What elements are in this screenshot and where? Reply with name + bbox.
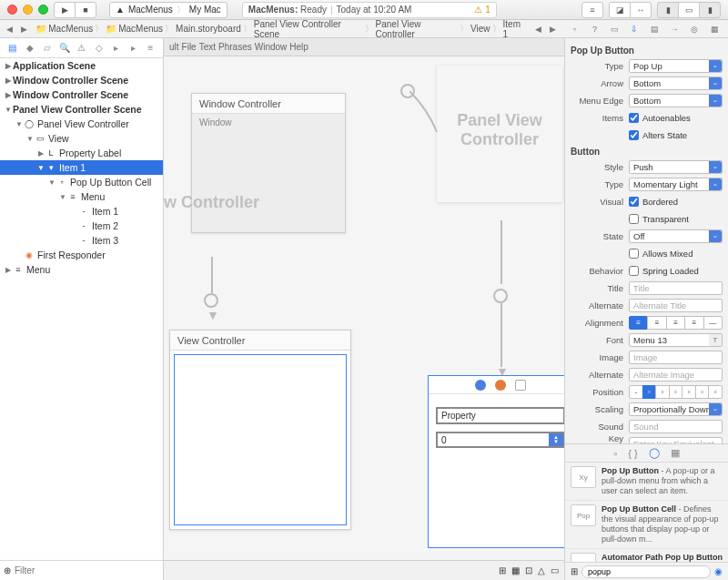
scene-row[interactable]: ▶Window Controller Scene	[0, 73, 163, 87]
outline-row[interactable]: -Item 2	[0, 219, 163, 233]
panel-vc-thumb[interactable]: Panel View Controller	[437, 66, 562, 202]
embed-button[interactable]: ▭	[551, 565, 559, 575]
connections-inspector-tab[interactable]: →	[668, 23, 681, 36]
align-button[interactable]: ▦	[511, 565, 520, 575]
debug-navigator-icon[interactable]: ▸	[110, 42, 123, 55]
code-snippet-tab[interactable]: { }	[628, 448, 637, 459]
keyequiv-input[interactable]: Enter Key Equivalent	[629, 437, 723, 444]
view-controller-scene[interactable]: View Controller	[169, 330, 351, 530]
state-dropdown[interactable]: Off⌄	[629, 229, 723, 243]
editor-assistant-button[interactable]: ◪	[609, 2, 631, 18]
library-item[interactable]: Xy Pop Up Button - A pop-up or a pull-do…	[565, 463, 728, 501]
grid-view-icon[interactable]: ⊞	[571, 566, 578, 576]
scheme-selector[interactable]: ▲ MacMenus 〉 My Mac	[109, 2, 228, 18]
toggle-navigator-button[interactable]: ▮	[657, 2, 679, 18]
outline-row[interactable]: ▼▫Pop Up Button Cell	[0, 175, 163, 189]
stop-button[interactable]: ■	[75, 2, 96, 18]
sound-input[interactable]: Sound	[629, 420, 723, 433]
segue-node[interactable]	[493, 289, 508, 303]
object-library-tab[interactable]: ◯	[649, 447, 660, 459]
autoenables-checkbox[interactable]	[629, 113, 639, 123]
position-segmented[interactable]: -▫▫▫▫▫▫	[629, 385, 723, 399]
close-window-button[interactable]	[7, 5, 17, 15]
pin-button[interactable]: ⊡	[525, 565, 532, 575]
size-inspector-tab[interactable]: ▤	[648, 23, 661, 36]
bordered-checkbox[interactable]	[629, 197, 639, 207]
activity-status[interactable]: MacMenus: Ready | Today at 10:20 AM ⚠ 1	[242, 2, 497, 18]
popup-button-selected[interactable]: 0 ▲▼	[436, 432, 564, 448]
test-navigator-icon[interactable]: ◇	[93, 42, 106, 55]
breakpoint-navigator-icon[interactable]: ▸	[127, 42, 140, 55]
minimize-window-button[interactable]	[23, 5, 33, 15]
toggle-debug-button[interactable]: ▭	[678, 2, 700, 18]
outline-row[interactable]: -Item 3	[0, 233, 163, 248]
media-library-tab[interactable]: ▦	[671, 447, 680, 459]
editor-version-button[interactable]: ↔	[630, 2, 652, 18]
title-input[interactable]: Title	[629, 281, 723, 295]
identity-inspector-tab[interactable]: ▭	[608, 23, 621, 36]
allows-mixed-checkbox[interactable]	[629, 249, 639, 259]
scene-row[interactable]: ▶Window Controller Scene	[0, 87, 163, 102]
editor-standard-button[interactable]: ≡	[581, 2, 603, 18]
property-label[interactable]: Property	[436, 407, 564, 424]
report-navigator-icon[interactable]: ≡	[145, 42, 157, 55]
nav-back-button[interactable]: ◀	[4, 23, 16, 36]
bindings-inspector-tab[interactable]: ◎	[688, 23, 701, 36]
outline-row[interactable]: ▶LProperty Label	[0, 146, 163, 160]
jump-prev-button[interactable]: ◀	[532, 23, 545, 36]
segue-node[interactable]	[204, 293, 218, 308]
type-dropdown[interactable]: Pop Up⌄	[629, 59, 723, 73]
view-selected[interactable]	[174, 354, 347, 525]
issue-navigator-icon[interactable]: ⚠	[76, 42, 88, 55]
btype-dropdown[interactable]: Momentary Light⌄	[629, 178, 723, 191]
outline-row[interactable]: ▶≡Menu	[0, 262, 163, 277]
spring-loaded-checkbox[interactable]	[629, 266, 639, 276]
scene-row[interactable]: ▼Panel View Controller Scene	[0, 102, 163, 117]
outline-row[interactable]: ▼◯Panel View Controller	[0, 117, 163, 131]
attributes-inspector[interactable]: Pop Up Button TypePop Up⌄ ArrowBottom⌄ M…	[565, 38, 728, 443]
arrow-dropdown[interactable]: Bottom⌄	[629, 76, 723, 90]
zoom-window-button[interactable]	[38, 5, 48, 15]
outline-row[interactable]: ◉First Responder	[0, 248, 163, 262]
project-navigator-icon[interactable]: ▤	[6, 42, 19, 55]
run-button[interactable]: ▶	[54, 2, 76, 18]
source-control-icon[interactable]: ◆	[24, 42, 36, 55]
outline-row[interactable]: -Item 1	[0, 204, 163, 219]
nav-forward-button[interactable]: ▶	[18, 23, 31, 36]
alignment-segmented[interactable]: ≡≡≡≡—	[629, 316, 723, 330]
find-navigator-icon[interactable]: 🔍	[58, 42, 71, 55]
outline-row[interactable]: ▼▭View	[0, 131, 163, 146]
attributes-inspector-tab[interactable]: ⇩	[628, 23, 641, 36]
zoom-button[interactable]: ⊞	[499, 565, 506, 575]
help-inspector-tab[interactable]: ?	[589, 23, 602, 36]
interface-builder-canvas[interactable]: ultFileTextPhrasesWindowHelp Window Cont…	[164, 38, 564, 580]
alternate-input[interactable]: Alternate Title	[629, 299, 723, 312]
transparent-checkbox[interactable]	[629, 214, 639, 224]
altimage-input[interactable]: Alternate Image	[629, 368, 723, 382]
outline-row[interactable]: ▼≡Menu	[0, 189, 163, 204]
breadcrumb[interactable]: 📁MacMenus〉 📁MacMenus〉 Main.storyboard〉 P…	[32, 19, 530, 39]
resolve-button[interactable]: △	[538, 565, 545, 575]
library-filter-input[interactable]	[581, 565, 711, 578]
symbol-navigator-icon[interactable]: ▱	[41, 42, 54, 55]
scaling-dropdown[interactable]: Proportionally Down⌄	[629, 402, 723, 416]
filter-input[interactable]	[15, 565, 159, 575]
jump-next-button[interactable]: ▶	[547, 23, 560, 36]
file-inspector-tab[interactable]: ▫	[569, 23, 581, 36]
library-item[interactable]: ▸ Automator Path Pop Up Button - Control…	[565, 549, 728, 562]
exit-icon[interactable]	[515, 380, 526, 391]
first-responder-icon[interactable]	[495, 380, 506, 391]
outline-row-selected[interactable]: ▼▾Item 1	[0, 160, 163, 175]
scene-row[interactable]: ▶Application Scene	[0, 58, 163, 73]
panel-view-scene[interactable]: Property 0 ▲▼	[428, 375, 564, 548]
style-dropdown[interactable]: Push⌄	[629, 160, 723, 174]
window-controller-scene[interactable]: Window Controller Window	[191, 93, 346, 233]
image-input[interactable]: Image	[629, 351, 723, 364]
alters-state-checkbox[interactable]	[629, 130, 639, 140]
file-template-tab[interactable]: ▫	[613, 448, 617, 459]
document-outline[interactable]: ▶Application Scene ▶Window Controller Sc…	[0, 58, 163, 560]
font-field[interactable]: Menu 13T	[629, 333, 723, 347]
toggle-inspector-button[interactable]: ▮	[699, 2, 721, 18]
viewcontroller-icon[interactable]	[475, 380, 486, 391]
warning-badge[interactable]: ⚠ 1	[474, 5, 490, 15]
